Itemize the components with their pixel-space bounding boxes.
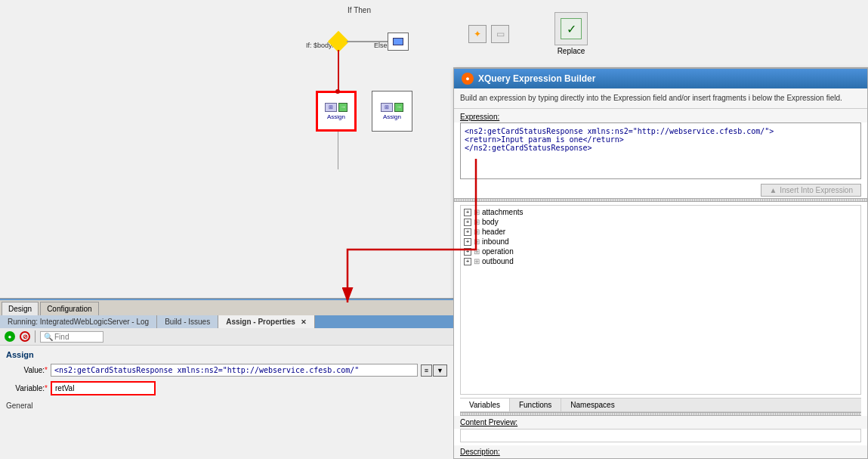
else-icon (393, 38, 403, 45)
tree-expand-inbound[interactable]: + (464, 238, 471, 246)
tree-label-inbound: inbound (482, 237, 509, 246)
tab-running-log[interactable]: Running: IntegratedWebLogicServer - Log (0, 315, 157, 328)
expression-label-row: Expression: (454, 109, 867, 123)
tree-label-header: header (482, 228, 505, 236)
expr-line1: <ns2:getCardStatusResponse xmlns:ns2="ht… (465, 127, 857, 135)
tree-expand-outbound[interactable]: + (464, 258, 471, 265)
assign-node-2-icon: ⊞ → (381, 103, 403, 112)
value-label: Value:* (6, 366, 48, 374)
tab-functions[interactable]: Functions (510, 399, 561, 411)
tree-expand-attachments[interactable]: + (464, 209, 471, 216)
tab-build-issues[interactable]: Build - Issues (157, 315, 218, 328)
xquery-tree: + ⊞ attachments + ⊞ body + ⊞ header + ⊞ … (460, 205, 861, 395)
expr-line3: </ns2:getCardStatusResponse> (465, 144, 857, 152)
top-dot (335, 89, 340, 94)
insert-btn-row: ▲ Insert Into Expression (454, 182, 867, 198)
tree-label-operation: operation (482, 247, 514, 256)
value-edit-button[interactable]: ≡ (421, 364, 432, 377)
main-container: If Then If: $body/... Else ⊞ → Assign ⊞ (0, 0, 868, 459)
box-icon[interactable]: ▭ (491, 25, 509, 43)
tree-item-header[interactable]: + ⊞ header (462, 227, 859, 237)
assign-content: Assign Value:* <ns2:getCardStatusRespons… (0, 346, 453, 400)
value-btn-group: ≡ ▼ (421, 364, 447, 377)
bottom-panel: Design Configuration Running: Integrated… (0, 299, 453, 459)
arrow-right-gray (347, 41, 388, 42)
bottom-toolbar: ● ⊘ 🔍 (0, 328, 453, 346)
separator-1 (35, 330, 36, 343)
assign-section-title: Assign (6, 350, 447, 359)
xquery-header-icon: ● (462, 73, 474, 85)
tree-item-outbound[interactable]: + ⊞ outbound (462, 256, 859, 266)
tab-configuration[interactable]: Configuration (40, 302, 98, 315)
xquery-panel: ● XQuery Expression Builder Build an exp… (453, 68, 868, 459)
tab-variables[interactable]: Variables (460, 399, 510, 411)
value-required-star: * (45, 366, 48, 374)
replace-label: Replace (558, 47, 585, 55)
tree-label-outbound: outbound (482, 257, 514, 265)
tree-icon-outbound: ⊞ (474, 257, 480, 265)
variable-row: Variable:* (6, 381, 447, 395)
value-dropdown-button[interactable]: ▼ (433, 364, 447, 377)
tree-icon-attachments: ⊞ (474, 208, 480, 216)
if-then-label: If Then (348, 6, 371, 14)
tree-label-attachments: attachments (482, 208, 523, 216)
star-icon[interactable]: ✦ (468, 25, 487, 43)
insert-btn-label: Insert Into Expression (780, 186, 853, 194)
else-label: Else (374, 42, 388, 49)
tree-expand-body[interactable]: + (464, 219, 471, 226)
tree-item-body[interactable]: + ⊞ body (462, 217, 859, 227)
tab-namespaces[interactable]: Namespaces (561, 399, 623, 411)
canvas-area: If Then If: $body/... Else ⊞ → Assign ⊞ (0, 0, 453, 299)
tab-design[interactable]: Design (2, 302, 39, 315)
content-preview-box (460, 429, 861, 442)
insert-into-expression-button[interactable]: ▲ Insert Into Expression (761, 184, 861, 197)
replace-button-container: ✓ Replace (554, 12, 588, 55)
description-label: Description: (454, 445, 867, 458)
content-preview-label: Content Preview: (454, 416, 867, 429)
running-tabs: Running: IntegratedWebLogicServer - Log … (0, 315, 453, 328)
search-input[interactable] (54, 333, 100, 341)
assign-node-selected[interactable]: ⊞ → Assign (316, 91, 357, 132)
expression-box[interactable]: <ns2:getCardStatusResponse xmlns:ns2="ht… (460, 123, 861, 179)
arrow-down-red (338, 50, 339, 91)
tree-item-inbound[interactable]: + ⊞ inbound (462, 237, 859, 247)
xquery-description: Build an expression by typing directly i… (460, 93, 861, 104)
assign-down-arrow (338, 132, 338, 169)
tab-assign-properties-label: Assign - Properties (226, 318, 295, 326)
expr-line2: <return>Input param is one</return> (465, 135, 857, 144)
tree-expand-operation[interactable]: + (464, 248, 471, 256)
assign-node-label: Assign (327, 113, 345, 120)
insert-arrow-icon: ▲ (769, 186, 777, 194)
assign-node-2[interactable]: ⊞ → Assign (372, 91, 412, 132)
xquery-description-area: Build an expression by typing directly i… (454, 88, 867, 109)
value-row: Value:* <ns2:getCardStatusResponse xmlns… (6, 364, 447, 377)
search-icon: 🔍 (44, 333, 53, 341)
tree-item-attachments[interactable]: + ⊞ attachments (462, 207, 859, 217)
resize-bar-1[interactable] (454, 198, 867, 202)
general-label: General (0, 400, 453, 411)
variable-input[interactable] (51, 381, 156, 395)
tree-icon-body: ⊞ (474, 218, 480, 226)
assign-node-icon: ⊞ → (325, 103, 348, 112)
tree-icon-header: ⊞ (474, 228, 480, 236)
tree-expand-header[interactable]: + (464, 228, 471, 236)
xquery-header: ● XQuery Expression Builder (454, 69, 867, 88)
xquery-title: XQuery Expression Builder (478, 73, 595, 84)
toolbar-area: ✦ ▭ ✓ Replace (453, 0, 868, 68)
variable-required-star: * (45, 384, 48, 392)
replace-icon[interactable]: ✓ (554, 12, 588, 45)
expression-label: Expression: (460, 113, 499, 121)
search-box: 🔍 (40, 331, 103, 343)
tab-close-icon[interactable]: ✕ (301, 318, 307, 326)
tree-item-operation[interactable]: + ⊞ operation (462, 247, 859, 256)
green-dot-icon: ● (5, 331, 15, 342)
value-field[interactable]: <ns2:getCardStatusResponse xmlns:ns2="ht… (51, 364, 418, 377)
tree-icon-inbound: ⊞ (474, 237, 480, 246)
design-config-tabs: Design Configuration (0, 300, 453, 315)
stop-icon[interactable]: ⊘ (20, 331, 30, 342)
variable-label: Variable:* (6, 384, 48, 392)
xquery-tabs: Variables Functions Namespaces (460, 398, 861, 412)
assign-node-2-label: Assign (383, 113, 401, 120)
tree-icon-operation: ⊞ (474, 247, 480, 256)
tab-assign-properties[interactable]: Assign - Properties ✕ (218, 315, 314, 328)
